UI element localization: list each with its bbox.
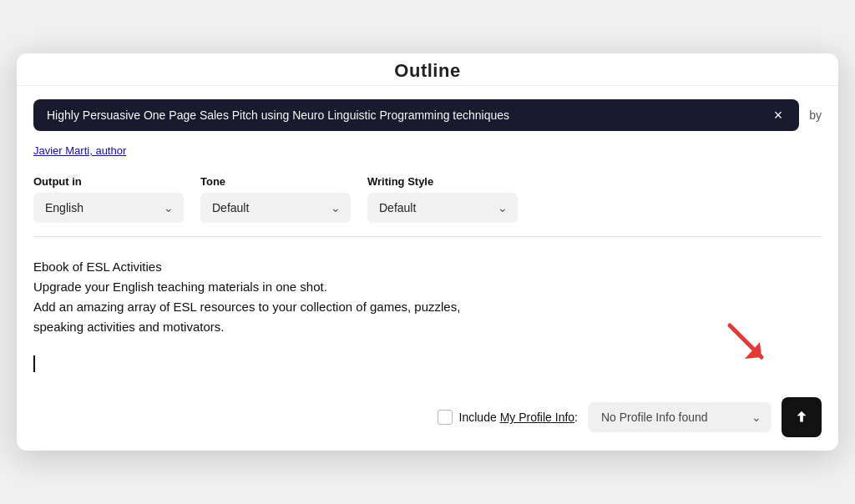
my-profile-info-link[interactable]: My Profile Info bbox=[500, 411, 574, 424]
upload-icon bbox=[792, 408, 811, 426]
profile-info-select[interactable]: No Profile Info found bbox=[588, 402, 772, 432]
output-control: Output in English Spanish French German … bbox=[33, 175, 184, 223]
content-line-2: Upgrade your English teaching materials … bbox=[33, 277, 822, 297]
include-profile-checkbox[interactable] bbox=[438, 410, 453, 425]
content-area: Ebook of ESL Activities Upgrade your Eng… bbox=[17, 237, 838, 387]
title-pill: Highly Persuasive One Page Sales Pitch u… bbox=[33, 99, 799, 131]
content-text: Ebook of ESL Activities Upgrade your Eng… bbox=[33, 257, 822, 337]
main-modal: Outline Highly Persuasive One Page Sales… bbox=[17, 53, 838, 451]
include-row: Include My Profile Info: bbox=[438, 410, 578, 425]
output-select-wrapper: English Spanish French German ⌄ bbox=[33, 193, 184, 223]
modal-header: Highly Persuasive One Page Sales Pitch u… bbox=[17, 86, 838, 144]
include-label: Include My Profile Info: bbox=[459, 411, 578, 424]
text-cursor bbox=[33, 355, 35, 372]
cursor-line bbox=[33, 354, 822, 374]
controls-row: Output in English Spanish French German … bbox=[17, 167, 838, 236]
tone-select-wrapper: Default Formal Casual Friendly ⌄ bbox=[200, 193, 351, 223]
writing-style-select[interactable]: Default Academic Creative Business bbox=[367, 193, 518, 223]
submit-button[interactable] bbox=[782, 397, 822, 437]
writing-style-select-wrapper: Default Academic Creative Business ⌄ bbox=[367, 193, 518, 223]
tone-control: Tone Default Formal Casual Friendly ⌄ bbox=[200, 175, 351, 223]
tone-select[interactable]: Default Formal Casual Friendly bbox=[200, 193, 351, 223]
content-line-1: Ebook of ESL Activities bbox=[33, 257, 822, 277]
profile-select-wrapper: No Profile Info found ⌄ bbox=[588, 402, 772, 432]
arrow-indicator bbox=[721, 317, 772, 370]
output-select[interactable]: English Spanish French German bbox=[33, 193, 184, 223]
author-link[interactable]: Javier Marti, author bbox=[17, 144, 838, 167]
page-title: Outline bbox=[17, 53, 838, 86]
content-line-3: Add an amazing array of ESL resources to… bbox=[33, 297, 822, 317]
by-label: by bbox=[809, 108, 822, 122]
tone-label: Tone bbox=[200, 175, 351, 188]
close-button[interactable]: × bbox=[771, 108, 787, 123]
writing-style-label: Writing Style bbox=[367, 175, 518, 188]
modal-title: Highly Persuasive One Page Sales Pitch u… bbox=[47, 108, 762, 123]
footer-row: Include My Profile Info: No Profile Info… bbox=[17, 387, 838, 451]
output-label: Output in bbox=[33, 175, 184, 188]
writing-style-control: Writing Style Default Academic Creative … bbox=[367, 175, 518, 223]
content-line-4: speaking activities and motivators. bbox=[33, 317, 822, 337]
